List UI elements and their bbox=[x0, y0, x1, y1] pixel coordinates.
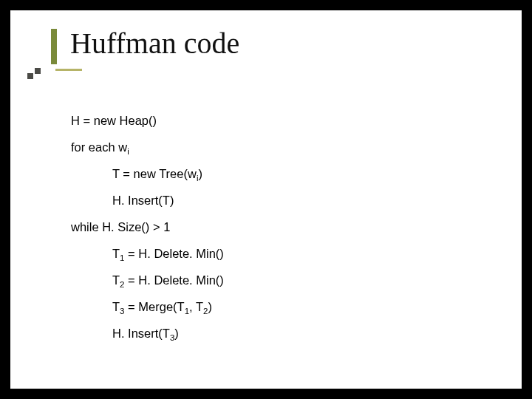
code-line: T1 = H. Delete. Min() bbox=[112, 247, 485, 261]
code-text: ) bbox=[174, 327, 179, 340]
slide-title: Huffman code bbox=[70, 26, 239, 61]
code-text: ) bbox=[208, 300, 212, 313]
code-text: T = new Tree(w bbox=[112, 167, 197, 180]
code-text: = H. Delete. Min() bbox=[125, 247, 224, 260]
code-text: T bbox=[112, 247, 120, 260]
code-text: T bbox=[112, 300, 120, 313]
accent-line-icon bbox=[55, 69, 82, 71]
code-text: H = new Heap() bbox=[71, 114, 157, 127]
code-text: ) bbox=[198, 167, 202, 180]
code-line: T = new Tree(wi) bbox=[112, 167, 485, 181]
code-line: H. Insert(T3) bbox=[112, 327, 485, 341]
code-line: T2 = H. Delete. Min() bbox=[112, 273, 485, 287]
code-line: T3 = Merge(T1, T2) bbox=[112, 300, 485, 314]
code-text: for each w bbox=[71, 140, 127, 154]
code-text: while H. Size() > 1 bbox=[71, 220, 170, 233]
code-text: = Merge(T bbox=[125, 300, 185, 313]
accent-bar-icon bbox=[51, 29, 57, 64]
pseudocode-body: H = new Heap() for each wi T = new Tree(… bbox=[71, 114, 485, 353]
subscript: i bbox=[127, 147, 129, 156]
code-text: H. Insert(T) bbox=[112, 194, 174, 207]
code-text: , T bbox=[189, 300, 203, 313]
code-line: H. Insert(T) bbox=[112, 194, 485, 208]
code-line: for each wi bbox=[71, 140, 485, 154]
code-text: = H. Delete. Min() bbox=[125, 273, 224, 287]
code-text: T bbox=[112, 273, 120, 287]
slide: Huffman code H = new Heap() for each wi … bbox=[10, 10, 522, 389]
code-text: H. Insert(T bbox=[112, 327, 170, 340]
code-line: H = new Heap() bbox=[71, 114, 485, 128]
accent-square-icon bbox=[27, 73, 33, 79]
accent-square-icon bbox=[35, 68, 41, 74]
code-line: while H. Size() > 1 bbox=[71, 220, 485, 234]
